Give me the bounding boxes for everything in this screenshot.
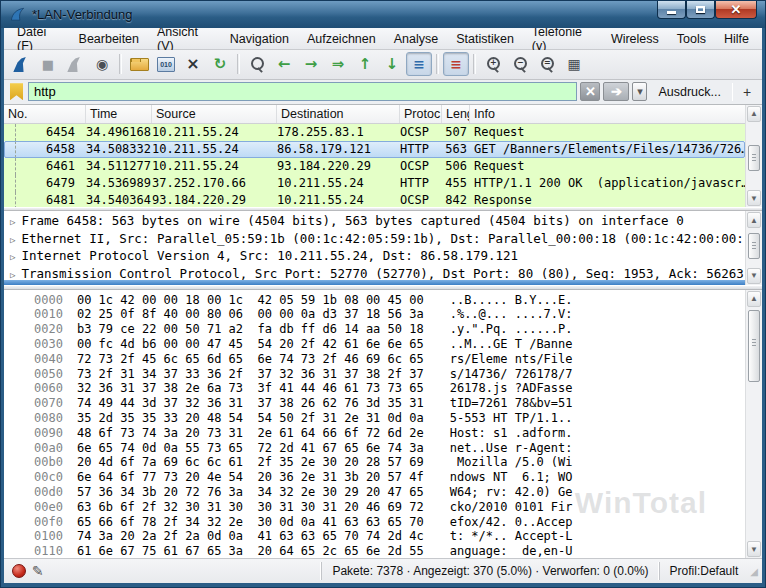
cell-destination: 178.255.83.1 bbox=[277, 124, 400, 141]
expression-button[interactable]: Ausdruck... bbox=[650, 85, 729, 99]
column-header-no[interactable]: No. bbox=[4, 105, 86, 123]
cell-time: 34.508332 bbox=[86, 141, 152, 158]
hex-row[interactable]: 008035 2d 35 35 33 20 48 54 54 50 2f 31 … bbox=[34, 411, 745, 426]
hex-row[interactable]: 000000 1c 42 00 00 18 00 1c 42 05 59 1b … bbox=[34, 293, 745, 308]
menu-item[interactable]: Statistiken bbox=[447, 30, 523, 48]
filter-dropdown-button[interactable]: ▾ bbox=[632, 82, 647, 101]
start-capture-icon[interactable] bbox=[8, 52, 34, 76]
capture-comment-icon[interactable]: ✎ bbox=[32, 563, 44, 579]
scrollbar-thumb[interactable] bbox=[748, 310, 760, 382]
menu-item[interactable]: Wireless bbox=[602, 30, 668, 48]
hex-row[interactable]: 00d057 36 34 3b 20 72 76 3a 34 32 2e 30 … bbox=[34, 485, 745, 500]
hex-row[interactable]: 005073 2f 31 34 37 33 36 2f 37 32 36 31 … bbox=[34, 367, 745, 382]
close-file-icon[interactable]: × bbox=[180, 52, 206, 76]
details-scrollbar[interactable]: ▲ ▼ bbox=[745, 211, 762, 285]
hex-row[interactable]: 011061 6e 67 75 61 67 65 3a 20 64 65 2c … bbox=[34, 544, 745, 558]
scroll-up-icon[interactable]: ▲ bbox=[747, 106, 761, 122]
scroll-down-icon[interactable]: ▼ bbox=[747, 268, 761, 284]
selected-detail-row[interactable] bbox=[4, 280, 745, 285]
clear-filter-button[interactable]: ✕ bbox=[580, 82, 600, 101]
hex-row[interactable]: 00f065 66 6f 78 2f 34 32 2e 30 0d 0a 41 … bbox=[34, 515, 745, 530]
menu-item[interactable]: Aufzeichnen bbox=[298, 30, 385, 48]
go-back-icon[interactable]: ← bbox=[271, 52, 297, 76]
hex-row[interactable]: 009048 6f 73 74 3a 20 73 31 2e 61 64 66 … bbox=[34, 426, 745, 441]
detail-row[interactable]: Ethernet II, Src: Parallel_05:59:1b (00:… bbox=[8, 230, 745, 248]
bytes-scrollbar[interactable]: ▲ ▼ bbox=[745, 290, 762, 558]
hex-offset: 0060 bbox=[34, 381, 77, 395]
column-header-length[interactable]: Lengt bbox=[442, 105, 470, 123]
detail-row[interactable]: Frame 6458: 563 bytes on wire (4504 bits… bbox=[8, 212, 745, 230]
hex-offset: 0080 bbox=[34, 411, 77, 425]
menu-item[interactable]: Hilfe bbox=[715, 30, 758, 48]
column-header-info[interactable]: Info bbox=[470, 105, 762, 123]
client-area: Datei (F)BearbeitenAnsicht (V)Navigation… bbox=[4, 28, 762, 583]
go-to-packet-icon[interactable]: ⇒ bbox=[325, 52, 351, 76]
colorize-icon[interactable]: ≡ bbox=[443, 52, 469, 76]
scrollbar-thumb[interactable] bbox=[748, 233, 760, 259]
scroll-down-icon[interactable]: ▼ bbox=[747, 541, 761, 557]
restart-capture-icon[interactable] bbox=[62, 52, 88, 76]
minimize-button[interactable] bbox=[657, 1, 686, 19]
hex-row[interactable]: 00a06e 65 74 0d 0a 55 73 65 72 2d 41 67 … bbox=[34, 441, 745, 456]
hex-dump: 000000 1c 42 00 00 18 00 1c 42 05 59 1b … bbox=[4, 290, 745, 558]
cell-info: Request bbox=[470, 124, 745, 141]
menu-item[interactable]: Bearbeiten bbox=[70, 30, 148, 48]
cell-time: 34.511277 bbox=[86, 158, 152, 175]
hex-row[interactable]: 00b020 4d 6f 7a 69 6c 6c 61 2f 35 2e 30 … bbox=[34, 455, 745, 470]
packet-list-scrollbar[interactable]: ▲ ▼ bbox=[745, 105, 762, 207]
column-header-time[interactable]: Time bbox=[86, 105, 152, 123]
menu-item[interactable]: Analyse bbox=[385, 30, 447, 48]
hex-row[interactable]: 0020b3 79 ce 22 00 50 71 a2 fa db ff d6 … bbox=[34, 322, 745, 337]
hex-row[interactable]: 006032 36 31 37 38 2e 6a 73 3f 41 44 46 … bbox=[34, 381, 745, 396]
reload-icon[interactable]: ↻ bbox=[207, 52, 233, 76]
packet-row[interactable]: 6479 34.536989 37.252.170.66 10.211.55.2… bbox=[4, 175, 745, 192]
save-file-icon[interactable] bbox=[153, 52, 179, 76]
hex-row[interactable]: 003000 fc 4d b6 00 00 47 45 54 20 2f 42 … bbox=[34, 337, 745, 352]
menu-item[interactable]: Navigation bbox=[221, 30, 298, 48]
resize-grip[interactable]: ◢ bbox=[750, 566, 758, 577]
cell-length: 842 bbox=[442, 192, 470, 207]
stop-capture-icon[interactable]: ■ bbox=[35, 52, 61, 76]
profile-label[interactable]: Profil:Default bbox=[659, 562, 749, 580]
expert-info-icon[interactable] bbox=[12, 564, 26, 578]
scroll-down-icon[interactable]: ▼ bbox=[747, 190, 761, 206]
scroll-up-icon[interactable]: ▲ bbox=[747, 212, 761, 228]
open-file-icon[interactable] bbox=[126, 52, 152, 76]
hex-row[interactable]: 007074 49 44 3d 37 32 36 31 37 38 26 62 … bbox=[34, 396, 745, 411]
resize-columns-icon[interactable]: ▦ bbox=[561, 52, 587, 76]
packet-row[interactable]: 6454 34.496168 10.211.55.24 178.255.83.1… bbox=[4, 124, 745, 141]
packet-row[interactable]: 6481 34.540364 93.184.220.29 10.211.55.2… bbox=[4, 192, 745, 207]
maximize-button[interactable] bbox=[686, 1, 715, 19]
related-packet-gutter bbox=[4, 192, 16, 207]
column-header-source[interactable]: Source bbox=[152, 105, 277, 123]
go-forward-icon[interactable]: → bbox=[298, 52, 324, 76]
capture-options-icon[interactable]: ◉ bbox=[89, 52, 115, 76]
add-filter-button[interactable]: + bbox=[736, 82, 758, 101]
hex-row[interactable]: 00c06e 64 6f 77 73 20 4e 54 20 36 2e 31 … bbox=[34, 470, 745, 485]
auto-scroll-icon[interactable]: ≡ bbox=[406, 52, 432, 76]
display-filter-input[interactable] bbox=[28, 82, 577, 101]
bookmark-icon[interactable] bbox=[10, 83, 23, 100]
hex-row[interactable]: 010074 3a 20 2a 2f 2a 0d 0a 41 63 63 65 … bbox=[34, 529, 745, 544]
scroll-up-icon[interactable]: ▲ bbox=[747, 291, 761, 307]
scrollbar-thumb[interactable] bbox=[748, 145, 760, 171]
apply-filter-button[interactable]: ➔ bbox=[603, 82, 629, 101]
packet-row[interactable]: 6458 34.508332 10.211.55.24 86.58.179.12… bbox=[4, 141, 745, 158]
hex-offset: 0020 bbox=[34, 322, 77, 336]
find-packet-icon[interactable] bbox=[244, 52, 270, 76]
menu-item[interactable]: Tools bbox=[668, 30, 715, 48]
go-to-bottom-icon[interactable]: ↓ bbox=[379, 52, 405, 76]
column-header-destination[interactable]: Destination bbox=[277, 105, 400, 123]
go-to-top-icon[interactable]: ↑ bbox=[352, 52, 378, 76]
zoom-original-icon[interactable]: = bbox=[534, 52, 560, 76]
detail-row[interactable]: Internet Protocol Version 4, Src: 10.211… bbox=[8, 247, 745, 265]
zoom-out-icon[interactable]: − bbox=[507, 52, 533, 76]
hex-row[interactable]: 004072 73 2f 45 6c 65 6d 65 6e 74 73 2f … bbox=[34, 352, 745, 367]
zoom-in-icon[interactable]: + bbox=[480, 52, 506, 76]
close-button[interactable]: ✕ bbox=[715, 1, 757, 19]
hex-row[interactable]: 00e063 6b 6f 2f 32 30 31 30 30 31 30 31 … bbox=[34, 500, 745, 515]
column-header-protocol[interactable]: Protoc bbox=[400, 105, 442, 123]
packet-row[interactable]: 6461 34.511277 10.211.55.24 93.184.220.2… bbox=[4, 158, 745, 175]
title-bar: *LAN-Verbindung ✕ bbox=[1, 1, 765, 28]
hex-row[interactable]: 001002 25 0f 8f 40 00 80 06 00 00 0a d3 … bbox=[34, 307, 745, 322]
